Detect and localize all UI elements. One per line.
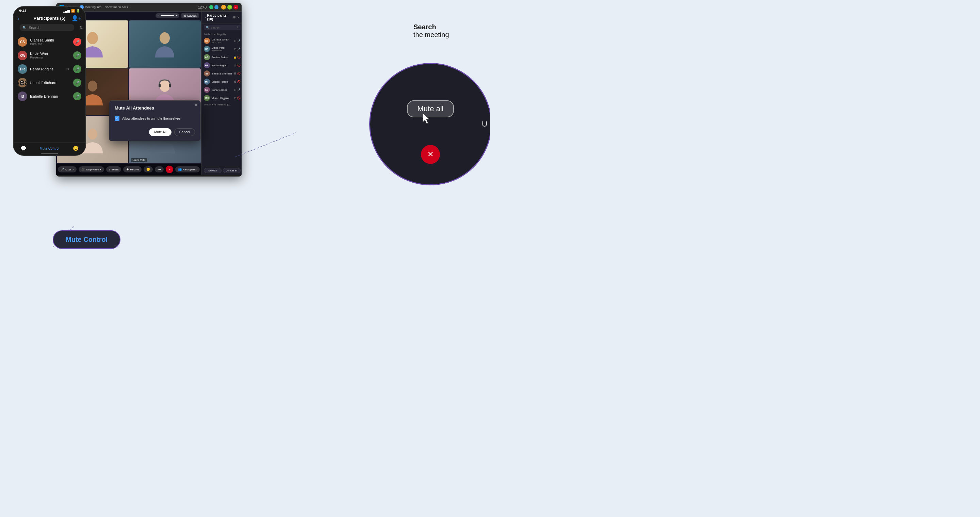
close-circle-button[interactable]: ✕ [421,145,440,164]
mute-control-label: Mute Control [66,236,108,243]
layout-label: Layout [187,14,196,17]
svg-point-2 [159,32,170,44]
participant-role: Host, me [30,42,70,46]
participant-name: Clarissa Smith [30,38,70,42]
screen-share-icon: ⊡ [234,64,237,67]
person-icons: 🔒 🚫 [233,56,240,59]
wifi-icon: 📶 [71,9,75,13]
participants-button[interactable]: 👥 Participants [175,167,200,173]
mute-all-confirm-button[interactable]: Mute All [149,128,172,136]
phone-add-button[interactable]: 👤+ [72,15,81,21]
list-item: CS Clarissa Smith Host, me 🎤 [14,35,86,49]
person-icons: ⊡ 🚫 [234,97,240,100]
mute-all-button[interactable]: Mute all [204,168,221,173]
share-button[interactable]: ↑ Share [106,167,121,173]
sort-icon[interactable]: ⇅ [237,26,239,29]
mic-icon: 🎤 [237,89,240,92]
maximize-button[interactable]: □ [227,5,232,10]
mic-button[interactable]: 🎤 [73,65,81,73]
avatar: MH [204,95,210,101]
system-tray-icons [209,5,218,9]
video-bottom-bar: 🎤 Mute ▾ 🎥 Stop video ▾ ↑ Share ⏺ Record [56,164,202,175]
in-meeting-label: In the meeting (8) [202,32,242,37]
list-item: HR Henry Riggs ⊡ 🚫 [202,61,242,70]
video-cell [129,21,200,68]
minimize-button[interactable]: − [221,5,226,10]
person-icons: 🖥 🚫 [234,72,240,75]
zoom-in-button[interactable]: + [176,14,177,17]
participants-panel-header: ▾ Participants (10) ⊞ ✕ [202,11,242,24]
person-icons: ⊡ 🎤 [234,89,240,92]
mic-button[interactable]: 🎤 [73,51,81,60]
record-button[interactable]: ⏺ Record [123,167,142,173]
webex-indicator [215,5,218,9]
muted-icon: 🚫 [237,97,240,100]
person-info: Marise Torres [212,80,232,83]
phone-back-button[interactable]: ‹ [18,16,19,21]
mute-label: Mute [65,168,72,171]
zoom-slider[interactable] [161,15,174,16]
dialog-close-button[interactable]: ✕ [194,103,198,108]
phone-emoji-button[interactable]: 😊 [73,146,79,151]
participant-info: Clarissa Smith Host, me [30,38,70,46]
monitor-icon: 🖥 [234,72,237,75]
svg-point-3 [88,81,97,92]
dropdown-icon: ▾ [100,168,102,171]
phone-chat-button[interactable]: 💬 [21,146,26,151]
person-info: Isabella Brennan [212,72,232,75]
reactions-button[interactable]: 😊 [143,167,153,173]
video-cell-label: Umar Patel [131,158,147,162]
zoom-control[interactable]: − + [156,13,180,18]
avatar: IB [18,92,27,101]
list-item: MT Marise Torres 🖥 🚫 [202,78,242,86]
mic-button[interactable]: 🎤 [73,38,81,46]
screen-share-icon: ⊡ [234,40,237,43]
participant-info: Isabelle Brennan [30,94,70,98]
show-menu-button[interactable]: Show menu bar ▾ [105,5,129,9]
phone-search-bar[interactable]: 🔍 Search [20,24,74,31]
phone-mute-control-button[interactable]: Mute Control [40,147,59,150]
mute-control-pill[interactable]: Mute Control [53,230,121,249]
phone-sort-icon[interactable]: ⇅ [80,25,83,30]
dialog-cancel-button[interactable]: Cancel [174,128,195,136]
record-icon: ⏺ [126,168,129,171]
zoom-out-button[interactable]: − [158,14,159,17]
search-placeholder[interactable]: Search [211,26,220,29]
close-x-icon: ✕ [427,150,434,159]
screen-share-icon: ⊡ [66,67,69,71]
mic-button[interactable]: 🎤 [73,79,81,87]
svg-line-11 [235,133,296,157]
search-hint-line2: the meeting [414,31,488,39]
participant-info: Kevin Woo Presenter [30,52,70,59]
person-info: Clarissa Smith Host, me [212,38,232,44]
allow-unmute-checkbox[interactable]: ✓ [115,116,119,121]
panel-close-icon[interactable]: ✕ [237,16,240,19]
more-icon: ••• [158,168,161,171]
participants-label: Participants [183,168,197,171]
not-in-meeting-label: Not in the meeting (2) [202,102,242,107]
list-item: IB Isabella Brennan 🖥 🚫 [202,70,242,78]
stop-video-button[interactable]: 🎥 Stop video ▾ [79,167,104,173]
end-call-button[interactable]: ✕ [166,166,173,173]
more-button[interactable]: ••• [155,167,163,173]
list-item: HR Henry Riggins ⊡ 🎤 [14,62,86,76]
svg-rect-6 [169,84,171,87]
panel-collapse-icon[interactable]: ▾ [205,16,206,19]
avatar: UP [204,46,210,52]
panel-popout-icon[interactable]: ⊞ [233,16,236,19]
record-label: Record [130,168,139,171]
video-icon: 🎥 [81,168,85,171]
avatar: CS [204,38,210,44]
close-button[interactable]: × [234,5,238,10]
mic-icon: 🎤 [60,168,64,171]
mic-button[interactable]: 🎤 [73,92,81,100]
layout-button[interactable]: ⊞ Layout [181,13,198,18]
phone-search-input[interactable]: Search [29,25,72,30]
avatar: CS [18,37,27,47]
mute-button[interactable]: 🎤 Mute ▾ [58,167,76,173]
meeting-info-button[interactable]: i Meeting info [80,5,102,9]
search-icon: 🔍 [206,26,210,29]
participants-panel-title: Participants (10) [207,14,233,21]
unmute-all-button[interactable]: Unmute all [223,168,240,173]
participants-search[interactable]: 🔍 Search ⇅ [204,25,240,30]
